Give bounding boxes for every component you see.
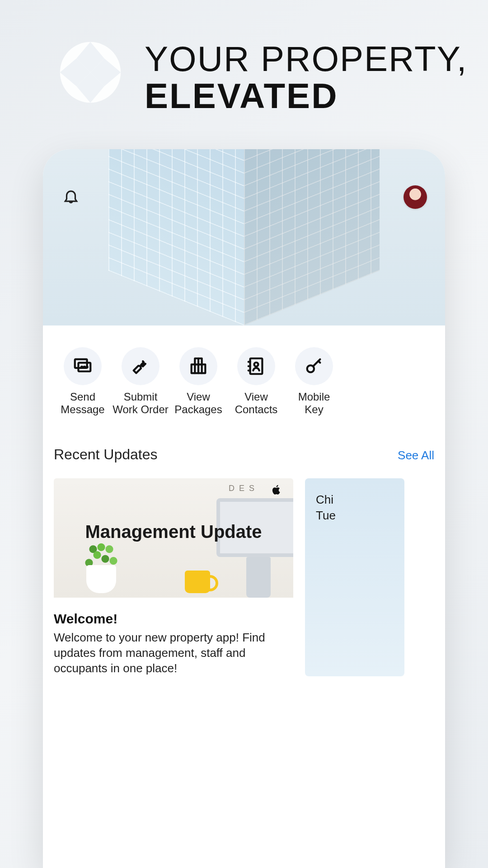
svg-point-3 [81, 367, 82, 368]
section-title: Recent Updates [54, 446, 157, 463]
peek-line-2: Tue [316, 508, 394, 524]
update-card-text: Welcome to your new property app! Find u… [54, 630, 293, 676]
quick-action-label: Send Message [61, 391, 104, 415]
quick-action-view-contacts[interactable]: View Contacts [227, 347, 285, 415]
quick-action-label: Submit Work Order [113, 391, 169, 415]
see-all-link[interactable]: See All [398, 448, 434, 462]
quick-action-label: View Contacts [235, 391, 278, 415]
chat-icon [64, 347, 102, 385]
quick-action-send-message[interactable]: Send Message [54, 347, 112, 415]
desk-text: DES [229, 484, 259, 493]
update-card-image: DES Management Update [54, 478, 293, 598]
peek-line-1: Chi [316, 492, 394, 508]
quick-action-submit-work-order[interactable]: Submit Work Order [112, 347, 169, 415]
monitor-illustration [212, 498, 293, 598]
updates-section-header: Recent Updates See All [43, 434, 445, 472]
tagline-line-2: ELEVATED [145, 78, 467, 115]
contacts-icon [237, 347, 275, 385]
update-card-peek[interactable]: Chi Tue [305, 478, 404, 676]
apple-logo-icon [271, 483, 282, 496]
app-logo-icon [59, 41, 122, 104]
phone-frame: Send Message Submit Work Order View Pack… [43, 149, 445, 868]
notifications-button[interactable] [61, 187, 81, 207]
tagline: YOUR PROPERTY, ELEVATED [145, 41, 467, 115]
quick-action-view-packages[interactable]: View Packages [169, 347, 227, 415]
quick-action-label: Mobile Key [298, 391, 330, 415]
tagline-line-1: YOUR PROPERTY, [145, 41, 467, 78]
svg-point-13 [254, 363, 258, 367]
wrench-icon [122, 347, 160, 385]
marketing-header: YOUR PROPERTY, ELEVATED [59, 41, 467, 115]
hero-image [43, 149, 445, 326]
updates-cards-row: DES Management Update Welcome! Welcome t… [43, 472, 445, 676]
update-card-body: Welcome! Welcome to your new property ap… [54, 598, 293, 676]
avatar[interactable] [404, 185, 427, 209]
packages-icon [179, 347, 217, 385]
bell-icon [62, 188, 80, 207]
quick-action-mobile-key[interactable]: Mobile Key [285, 347, 343, 415]
app-top-bar [43, 185, 445, 209]
quick-actions-row: Send Message Submit Work Order View Pack… [43, 326, 445, 434]
svg-point-5 [86, 367, 87, 368]
update-card-overlay-title: Management Update [54, 522, 293, 542]
key-icon [295, 347, 333, 385]
quick-action-label: View Packages [174, 391, 222, 415]
update-card-title: Welcome! [54, 611, 293, 627]
mug-illustration [185, 571, 210, 593]
building-illustration [108, 149, 380, 326]
update-card[interactable]: DES Management Update Welcome! Welcome t… [54, 478, 293, 676]
svg-point-4 [84, 367, 85, 368]
